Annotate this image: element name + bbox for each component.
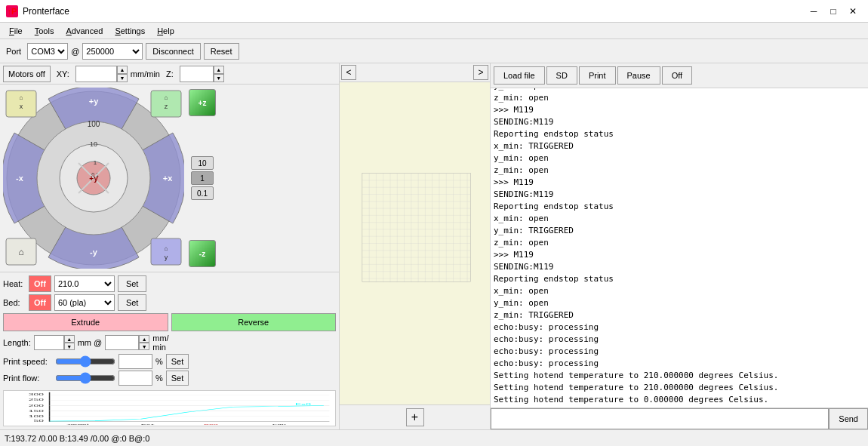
port-select[interactable]: COM3 bbox=[27, 43, 68, 60]
baud-select[interactable]: 250000 bbox=[82, 43, 143, 60]
print-flow-label: Print flow: bbox=[3, 374, 52, 383]
z-spin-up[interactable]: ▲ bbox=[214, 66, 224, 74]
bed-temp-select[interactable]: 60 (pla) bbox=[54, 294, 115, 311]
disconnect-button[interactable]: Disconnect bbox=[146, 43, 200, 60]
length-spin-btns: ▲ ▼ bbox=[64, 335, 75, 350]
xy-spinbox: 3000 ▲ ▼ bbox=[75, 66, 128, 82]
mm-label: mm @ bbox=[78, 338, 103, 347]
menu-tools[interactable]: Tools bbox=[29, 25, 60, 37]
xy-spin-down[interactable]: ▼ bbox=[117, 74, 128, 82]
menu-settings[interactable]: Settings bbox=[109, 25, 151, 37]
titlebar-left: ↑P Pronterface bbox=[6, 5, 69, 17]
reset-button[interactable]: Reset bbox=[204, 43, 239, 60]
speed-input[interactable]: 100.0 bbox=[105, 335, 139, 350]
reverse-button[interactable]: Reverse bbox=[171, 313, 337, 331]
print-speed-value[interactable]: 100 bbox=[119, 354, 152, 369]
svg-text:⌂: ⌂ bbox=[165, 94, 168, 101]
log-line: z_min: open bbox=[494, 92, 865, 104]
menu-file[interactable]: File bbox=[3, 25, 29, 37]
log-line: echo:busy: processing bbox=[494, 346, 865, 358]
speed-spin-down[interactable]: ▼ bbox=[139, 343, 149, 350]
heat-temp-select[interactable]: 210.0 bbox=[54, 275, 115, 292]
svg-text:250: 250 bbox=[29, 399, 44, 401]
xy-input[interactable]: 3000 bbox=[75, 66, 117, 82]
bed-set-button[interactable]: Set bbox=[118, 294, 147, 311]
print-speed-slider[interactable] bbox=[55, 355, 115, 368]
statusbar: T:193.72 /0.00 B:13.49 /0.00 @:0 B@:0 bbox=[0, 429, 868, 446]
middle-bottom: + bbox=[340, 404, 490, 429]
motors-row: Motors off XY: 3000 ▲ ▼ mm/min Z: 100 ▲ … bbox=[0, 63, 339, 85]
length-speed-row: Length: 5.0 ▲ ▼ mm @ 100.0 ▲ ▼ mm/mi bbox=[3, 334, 336, 352]
load-file-button[interactable]: Load file bbox=[494, 66, 545, 85]
bed-toggle[interactable]: Off bbox=[29, 294, 51, 311]
middle-toolbar: < > bbox=[340, 63, 490, 82]
mm-min-label2: mm/min bbox=[152, 334, 168, 352]
z-input[interactable]: 100 bbox=[180, 66, 214, 82]
length-spinbox: 5.0 ▲ ▼ bbox=[34, 335, 75, 350]
app-icon: ↑P bbox=[6, 5, 18, 17]
maximize-button[interactable]: □ bbox=[824, 4, 842, 19]
app-title: Pronterface bbox=[23, 6, 69, 17]
print-flow-value[interactable]: 100 bbox=[119, 371, 152, 386]
motors-off-button[interactable]: Motors off bbox=[3, 66, 51, 82]
middle-panel: < > bbox=[340, 63, 491, 429]
sd-button[interactable]: SD bbox=[546, 66, 577, 85]
log-line: Reporting endstop status bbox=[494, 273, 865, 285]
svg-text:y: y bbox=[165, 254, 168, 261]
svg-text:-y: -y bbox=[90, 248, 98, 257]
speed-spin-up[interactable]: ▲ bbox=[139, 335, 149, 343]
svg-text:+y: +y bbox=[89, 97, 99, 106]
log-line: x_min: open bbox=[494, 213, 865, 225]
z-step-10[interactable]: 10 bbox=[191, 156, 214, 170]
add-button[interactable]: + bbox=[406, 408, 424, 426]
pause-button[interactable]: Pause bbox=[617, 66, 660, 85]
send-button[interactable]: Send bbox=[829, 408, 868, 429]
status-text: T:193.72 /0.00 B:13.49 /0.00 @:0 B@:0 bbox=[5, 434, 149, 443]
svg-text:-x: -x bbox=[16, 174, 24, 183]
gcode-view bbox=[340, 82, 490, 404]
log-line: x_min: open bbox=[494, 285, 865, 297]
chart-area: 300 250 200 150 100 50 Ex0 Target Ex1 Be… bbox=[3, 390, 336, 426]
speed-spinbox: 100.0 ▲ ▼ bbox=[105, 335, 149, 350]
titlebar-controls: ─ □ ✕ bbox=[805, 4, 862, 19]
minimize-button[interactable]: ─ bbox=[805, 4, 823, 19]
z-step-1[interactable]: 1 bbox=[191, 171, 214, 185]
length-spin-down[interactable]: ▼ bbox=[64, 343, 75, 350]
svg-text:10: 10 bbox=[90, 140, 97, 148]
menu-help[interactable]: Help bbox=[151, 25, 180, 37]
bed-label: Bed: bbox=[3, 298, 26, 307]
z-spin-down[interactable]: ▼ bbox=[214, 74, 224, 82]
heat-set-button[interactable]: Set bbox=[118, 275, 147, 292]
heat-toggle[interactable]: Off bbox=[29, 275, 51, 292]
nav-left-button[interactable]: < bbox=[341, 65, 356, 80]
print-flow-slider[interactable] bbox=[55, 372, 115, 384]
log-line: echo:busy: processing bbox=[494, 334, 865, 346]
svg-text:Target: Target bbox=[66, 423, 90, 425]
jog-area: 100 10 1 0.1 +y +y -y +x -x bbox=[0, 85, 339, 272]
svg-text:x: x bbox=[20, 103, 23, 110]
extrude-button[interactable]: Extrude bbox=[3, 313, 168, 331]
print-flow-set[interactable]: Set bbox=[166, 371, 189, 386]
speed-spin-btns: ▲ ▼ bbox=[139, 335, 149, 350]
off-button[interactable]: Off bbox=[662, 66, 692, 85]
toolbar: Port COM3 @ 250000 Disconnect Reset bbox=[0, 39, 868, 63]
log-line: Setting hotend temperature to 0.000000 d… bbox=[494, 394, 865, 406]
z-up-button[interactable]: +z bbox=[189, 89, 216, 116]
length-spin-up[interactable]: ▲ bbox=[64, 335, 75, 343]
z-step-01[interactable]: 0.1 bbox=[191, 186, 214, 200]
log-line: y_min: open bbox=[494, 297, 865, 309]
xy-spin-up[interactable]: ▲ bbox=[117, 66, 128, 74]
jog-wheel[interactable]: 100 10 1 0.1 +y +y -y +x -x bbox=[3, 88, 184, 269]
close-button[interactable]: ✕ bbox=[844, 4, 862, 19]
print-button[interactable]: Print bbox=[579, 66, 616, 85]
z-down-button[interactable]: -z bbox=[189, 240, 216, 267]
nav-right-button[interactable]: > bbox=[473, 65, 488, 80]
port-label: Port bbox=[3, 47, 24, 56]
log-line: echo:busy: processing bbox=[494, 358, 865, 370]
print-speed-set[interactable]: Set bbox=[166, 354, 189, 369]
print-flow-row: Print flow: 100 % Set bbox=[3, 371, 336, 386]
cmd-input[interactable]: M119 bbox=[491, 408, 829, 429]
menu-advanced[interactable]: Advanced bbox=[60, 25, 109, 37]
svg-text:Fan: Fan bbox=[272, 423, 286, 425]
length-input[interactable]: 5.0 bbox=[34, 335, 64, 350]
